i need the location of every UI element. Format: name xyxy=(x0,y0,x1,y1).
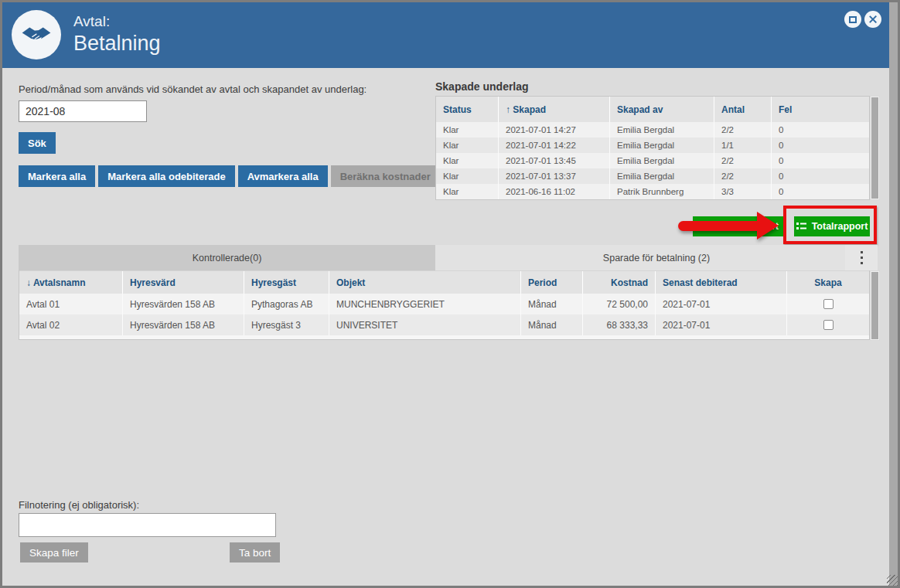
col-fel[interactable]: Fel xyxy=(772,97,869,122)
handshake-icon xyxy=(20,19,53,51)
cell: MUNCHENBRYGGERIET xyxy=(329,294,521,314)
col-hyresgast[interactable]: Hyresgäst xyxy=(244,271,329,294)
ta-bort-button[interactable]: Ta bort xyxy=(230,542,280,563)
cell: Hyresvärden 158 AB xyxy=(123,314,244,335)
cell: 2021-07-01 14:27 xyxy=(499,122,610,138)
betalning-table-scrollbar[interactable] xyxy=(870,270,880,341)
cell: Avtal 01 xyxy=(19,294,123,314)
cell: 0 xyxy=(772,168,869,184)
maximize-icon xyxy=(849,16,857,23)
header-bar: Avtal: Betalning xyxy=(2,2,889,68)
window-scrollbar[interactable] xyxy=(889,2,898,586)
col-objekt[interactable]: Objekt xyxy=(329,271,521,294)
cell: Klar xyxy=(436,184,499,199)
cell: 2021-06-16 11:02 xyxy=(499,184,610,199)
cell: Emilia Bergdal xyxy=(610,122,714,138)
col-period[interactable]: Period xyxy=(521,271,583,294)
cell: Månad xyxy=(521,314,583,335)
table-footer-strip xyxy=(19,335,869,339)
cell: Klar xyxy=(436,138,499,153)
cell: Månad xyxy=(521,294,583,314)
table-row[interactable]: Avtal 02 Hyresvärden 158 AB Hyresgäst 3 … xyxy=(19,314,869,335)
cell xyxy=(787,314,869,335)
col-skapad[interactable]: ↑ Skapad xyxy=(499,97,610,122)
betalning-table: ↓ Avtalsnamn Hyresvärd Hyresgäst Objekt … xyxy=(19,270,870,340)
cell: 3/3 xyxy=(714,184,772,199)
cell: 2021-07-01 13:37 xyxy=(499,168,610,184)
cell: 2/2 xyxy=(714,153,772,168)
col-antal[interactable]: Antal xyxy=(714,97,772,122)
col-senast-debiterad[interactable]: Senast debiterad xyxy=(656,271,787,294)
table-row[interactable]: Klar 2021-06-16 11:02 Patrik Brunnberg 3… xyxy=(436,184,869,199)
skapa-checkbox[interactable] xyxy=(823,320,834,330)
scrollbar-thumb[interactable] xyxy=(871,272,878,339)
sok-button[interactable]: Sök xyxy=(19,132,56,154)
tab-kontrollerade[interactable]: Kontrollerade(0) xyxy=(19,245,435,270)
skapade-underlag-table: Status ↑ Skapad Skapad av Antal Fel Klar… xyxy=(435,96,870,200)
tab-sparade-for-betalning[interactable]: Sparade för betalning (2) xyxy=(435,245,878,270)
cell: Emilia Bergdal xyxy=(610,138,714,153)
app-window: Avtal: Betalning Period/månad som använd… xyxy=(0,0,900,588)
col-skapa[interactable]: Skapa xyxy=(787,271,869,294)
markera-alla-button[interactable]: Markera alla xyxy=(19,165,95,187)
cell: 2021-07-01 13:45 xyxy=(499,153,610,168)
cell: 2021-07-01 14:22 xyxy=(499,138,610,153)
kebab-icon xyxy=(861,262,863,264)
table-header-row: ↓ Avtalsnamn Hyresvärd Hyresgäst Objekt … xyxy=(19,270,869,294)
cell: UNIVERSITET xyxy=(329,314,521,335)
table-row[interactable]: Klar 2021-07-01 14:22 Emilia Bergdal 1/1… xyxy=(436,138,869,153)
filnotering-label: Filnotering (ej obligatorisk): xyxy=(19,499,139,511)
cell: 2/2 xyxy=(714,168,772,184)
table-header-row: Status ↑ Skapad Skapad av Antal Fel xyxy=(436,97,869,122)
cell: Avtal 02 xyxy=(19,314,123,335)
col-avtalsnamn[interactable]: ↓ Avtalsnamn xyxy=(19,271,123,294)
cell: 2021-07-01 xyxy=(656,294,787,314)
cell: 0 xyxy=(772,153,869,168)
resize-grip[interactable] xyxy=(887,575,898,586)
cell: 2021-07-01 xyxy=(656,314,787,335)
cell: 0 xyxy=(772,122,869,138)
skapa-checkbox[interactable] xyxy=(823,299,834,309)
table-row[interactable]: Klar 2021-07-01 14:27 Emilia Bergdal 2/2… xyxy=(436,122,869,138)
title-line1: Avtal: xyxy=(73,12,161,31)
action-button-row: Markera alla Markera alla odebiterade Av… xyxy=(19,165,440,187)
cell: Klar xyxy=(436,122,499,138)
cell: 1/1 xyxy=(714,138,772,153)
scrollbar-thumb[interactable] xyxy=(871,97,878,199)
table-row[interactable]: Avtal 01 Hyresvärden 158 AB Pythagoras A… xyxy=(19,294,869,314)
page-title: Avtal: Betalning xyxy=(73,12,161,56)
cell: 72 500,00 xyxy=(583,294,656,314)
period-label: Period/månad som används vid sökandet av… xyxy=(19,83,366,95)
table-row[interactable]: Klar 2021-07-01 13:45 Emilia Bergdal 2/2… xyxy=(436,153,869,168)
berakna-kostnader-button[interactable]: Beräkna kostnader xyxy=(331,165,440,187)
title-line2: Betalning xyxy=(73,31,161,56)
col-hyresvard[interactable]: Hyresvärd xyxy=(123,271,244,294)
cell: 68 333,33 xyxy=(583,314,656,335)
col-status[interactable]: Status xyxy=(436,97,499,122)
maximize-button[interactable] xyxy=(844,11,861,28)
cell xyxy=(787,294,869,314)
app-logo xyxy=(12,10,61,59)
skapade-underlag-scrollbar[interactable] xyxy=(870,96,880,200)
cell: Klar xyxy=(436,153,499,168)
table-menu-button[interactable] xyxy=(845,245,878,270)
close-button[interactable] xyxy=(864,11,881,28)
avmarkera-alla-button[interactable]: Avmarkera alla xyxy=(238,165,328,187)
kebab-icon xyxy=(861,257,863,259)
cell: Emilia Bergdal xyxy=(610,153,714,168)
filnotering-input[interactable] xyxy=(19,513,276,537)
close-icon xyxy=(868,15,878,24)
skapa-filer-button[interactable]: Skapa filer xyxy=(20,542,88,563)
skapade-underlag-title: Skapade underlag xyxy=(435,80,529,93)
cell: 0 xyxy=(772,184,869,199)
kebab-icon xyxy=(861,251,863,253)
table-row[interactable]: Klar 2021-07-01 13:37 Emilia Bergdal 2/2… xyxy=(436,168,869,184)
hidden-report-button[interactable]: rt xyxy=(693,216,784,236)
cell: 2/2 xyxy=(714,122,772,138)
col-kostnad[interactable]: Kostnad xyxy=(583,271,656,294)
markera-alla-odebiterade-button[interactable]: Markera alla odebiterade xyxy=(98,165,234,187)
col-skapad-av[interactable]: Skapad av xyxy=(610,97,714,122)
period-input[interactable] xyxy=(19,100,147,122)
cell: 0 xyxy=(772,138,869,153)
cell: Pythagoras AB xyxy=(244,294,329,314)
